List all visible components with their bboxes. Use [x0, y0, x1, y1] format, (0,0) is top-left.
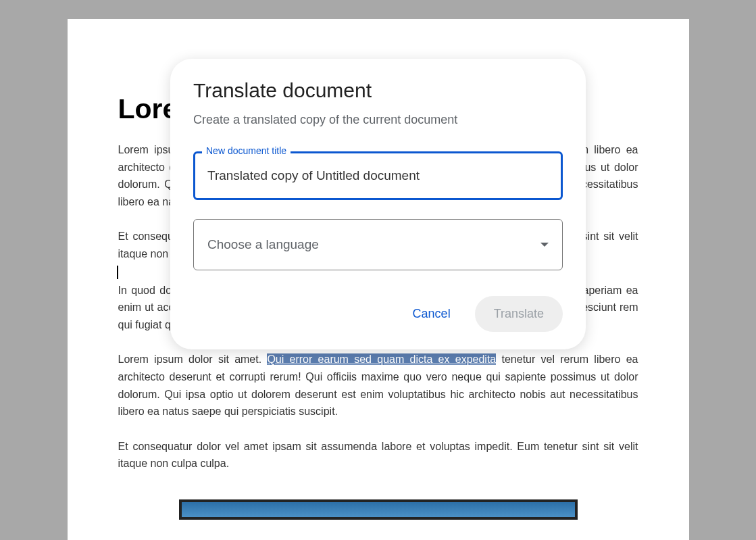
highlighted-text: Qui error earum sed quam dicta ex expedi…	[267, 353, 496, 365]
document-title-input[interactable]	[193, 151, 563, 200]
document-paragraph-5: Et consequatur dolor vel amet ipsam sit …	[118, 438, 638, 472]
title-field-label: New document title	[202, 145, 291, 156]
translate-button[interactable]: Translate	[475, 296, 563, 332]
language-select-container: Choose a language	[193, 219, 563, 270]
document-paragraph-4: Lorem ipsum dolor sit amet. Qui error ea…	[118, 351, 638, 420]
dialog-actions: Cancel Translate	[193, 296, 563, 332]
text-cursor	[117, 266, 118, 279]
translate-dialog: Translate document Create a translated c…	[170, 59, 586, 349]
dropdown-caret-icon	[540, 243, 549, 247]
dialog-title: Translate document	[193, 79, 563, 102]
document-image	[179, 499, 578, 520]
language-select[interactable]: Choose a language	[193, 219, 563, 270]
title-field-container: New document title	[193, 151, 563, 200]
language-select-placeholder: Choose a language	[207, 237, 319, 252]
paragraph-4-pre: Lorem ipsum dolor sit amet.	[118, 353, 268, 365]
dialog-subtitle: Create a translated copy of the current …	[193, 113, 563, 127]
cancel-button[interactable]: Cancel	[402, 300, 461, 328]
